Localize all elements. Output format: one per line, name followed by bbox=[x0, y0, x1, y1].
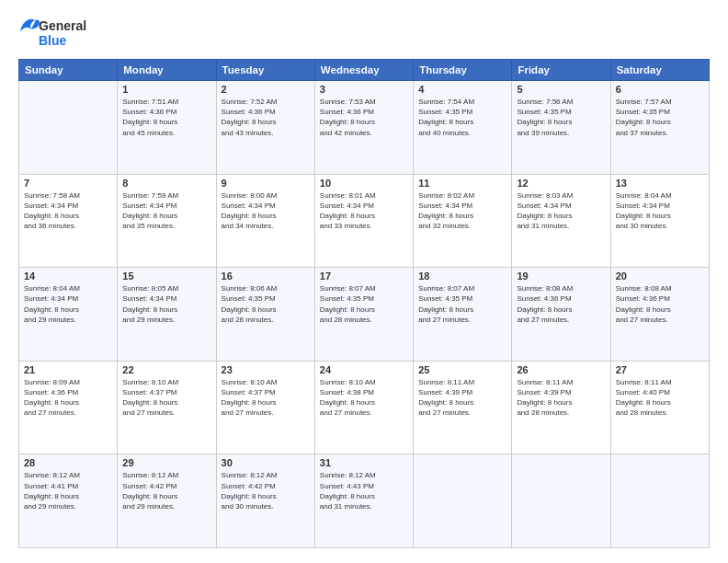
calendar-cell: 27Sunrise: 8:11 AMSunset: 4:40 PMDayligh… bbox=[610, 361, 709, 454]
calendar-cell: 20Sunrise: 8:08 AMSunset: 4:36 PMDayligh… bbox=[610, 268, 709, 362]
day-number: 3 bbox=[320, 84, 408, 95]
day-info: Sunrise: 8:08 AMSunset: 4:36 PMDaylight:… bbox=[517, 283, 605, 325]
day-info: Sunrise: 8:03 AMSunset: 4:34 PMDaylight:… bbox=[517, 190, 605, 232]
day-number: 10 bbox=[320, 178, 408, 189]
calendar-cell: 16Sunrise: 8:06 AMSunset: 4:35 PMDayligh… bbox=[216, 268, 314, 362]
day-info: Sunrise: 7:59 AMSunset: 4:34 PMDaylight:… bbox=[122, 190, 210, 232]
day-info: Sunrise: 8:12 AMSunset: 4:42 PMDaylight:… bbox=[222, 470, 310, 511]
calendar-cell: 31Sunrise: 8:12 AMSunset: 4:43 PMDayligh… bbox=[314, 454, 413, 548]
day-info: Sunrise: 7:51 AMSunset: 4:36 PMDaylight:… bbox=[122, 97, 210, 138]
day-info: Sunrise: 8:10 AMSunset: 4:38 PMDaylight:… bbox=[320, 377, 408, 419]
day-number: 24 bbox=[320, 364, 408, 375]
calendar-cell: 1Sunrise: 7:51 AMSunset: 4:36 PMDaylight… bbox=[118, 81, 216, 175]
page: GeneralBlue SundayMondayTuesdayWednesday… bbox=[0, 0, 728, 563]
day-number: 26 bbox=[517, 364, 605, 375]
calendar-week-row: 21Sunrise: 8:09 AMSunset: 4:36 PMDayligh… bbox=[19, 361, 710, 454]
day-info: Sunrise: 8:07 AMSunset: 4:35 PMDaylight:… bbox=[320, 283, 408, 325]
day-info: Sunrise: 8:10 AMSunset: 4:37 PMDaylight:… bbox=[222, 377, 310, 419]
day-number: 20 bbox=[616, 270, 704, 282]
calendar-cell: 19Sunrise: 8:08 AMSunset: 4:36 PMDayligh… bbox=[512, 268, 610, 362]
svg-text:General: General bbox=[39, 18, 86, 33]
day-number: 27 bbox=[616, 364, 704, 375]
day-number: 9 bbox=[222, 178, 310, 189]
calendar-cell: 12Sunrise: 8:03 AMSunset: 4:34 PMDayligh… bbox=[512, 174, 610, 268]
day-info: Sunrise: 7:58 AMSunset: 4:34 PMDaylight:… bbox=[24, 190, 112, 232]
day-number: 14 bbox=[24, 270, 112, 282]
day-number: 1 bbox=[122, 84, 210, 95]
day-number: 17 bbox=[320, 270, 408, 282]
calendar-cell: 15Sunrise: 8:05 AMSunset: 4:34 PMDayligh… bbox=[118, 268, 216, 362]
day-number: 21 bbox=[24, 364, 112, 375]
day-info: Sunrise: 8:11 AMSunset: 4:39 PMDaylight:… bbox=[418, 377, 506, 419]
calendar-header-sunday: Sunday bbox=[19, 60, 118, 81]
calendar-header-row: SundayMondayTuesdayWednesdayThursdayFrid… bbox=[19, 60, 710, 81]
day-info: Sunrise: 7:57 AMSunset: 4:35 PMDaylight:… bbox=[616, 97, 704, 138]
calendar-cell: 30Sunrise: 8:12 AMSunset: 4:42 PMDayligh… bbox=[216, 454, 314, 548]
calendar-week-row: 1Sunrise: 7:51 AMSunset: 4:36 PMDaylight… bbox=[19, 81, 710, 175]
day-info: Sunrise: 8:00 AMSunset: 4:34 PMDaylight:… bbox=[222, 190, 310, 232]
day-number: 19 bbox=[517, 270, 605, 282]
day-number: 8 bbox=[122, 178, 210, 189]
day-info: Sunrise: 8:10 AMSunset: 4:37 PMDaylight:… bbox=[122, 377, 210, 419]
day-info: Sunrise: 8:11 AMSunset: 4:39 PMDaylight:… bbox=[517, 377, 605, 419]
svg-text:Blue: Blue bbox=[39, 33, 67, 48]
day-number: 18 bbox=[418, 270, 506, 282]
logo: GeneralBlue bbox=[18, 15, 101, 50]
day-info: Sunrise: 7:53 AMSunset: 4:36 PMDaylight:… bbox=[320, 97, 408, 138]
day-info: Sunrise: 8:08 AMSunset: 4:36 PMDaylight:… bbox=[616, 283, 704, 325]
day-number: 2 bbox=[222, 84, 310, 95]
calendar-cell: 29Sunrise: 8:12 AMSunset: 4:42 PMDayligh… bbox=[118, 454, 216, 548]
calendar-cell: 14Sunrise: 8:04 AMSunset: 4:34 PMDayligh… bbox=[19, 268, 118, 362]
day-info: Sunrise: 8:07 AMSunset: 4:35 PMDaylight:… bbox=[418, 283, 506, 325]
day-info: Sunrise: 8:12 AMSunset: 4:41 PMDaylight:… bbox=[24, 470, 112, 511]
calendar-cell: 28Sunrise: 8:12 AMSunset: 4:41 PMDayligh… bbox=[19, 454, 118, 548]
calendar-cell: 22Sunrise: 8:10 AMSunset: 4:37 PMDayligh… bbox=[118, 361, 216, 454]
calendar-week-row: 28Sunrise: 8:12 AMSunset: 4:41 PMDayligh… bbox=[19, 454, 710, 548]
calendar-cell: 25Sunrise: 8:11 AMSunset: 4:39 PMDayligh… bbox=[414, 361, 512, 454]
calendar-cell: 21Sunrise: 8:09 AMSunset: 4:36 PMDayligh… bbox=[19, 361, 118, 454]
calendar-cell: 10Sunrise: 8:01 AMSunset: 4:34 PMDayligh… bbox=[314, 174, 413, 268]
calendar-cell bbox=[19, 81, 118, 175]
calendar-cell: 5Sunrise: 7:56 AMSunset: 4:35 PMDaylight… bbox=[512, 81, 610, 175]
day-number: 23 bbox=[222, 364, 310, 375]
day-info: Sunrise: 8:09 AMSunset: 4:36 PMDaylight:… bbox=[24, 377, 112, 419]
calendar-header-wednesday: Wednesday bbox=[314, 60, 413, 81]
day-number: 15 bbox=[122, 270, 210, 282]
calendar-cell: 23Sunrise: 8:10 AMSunset: 4:37 PMDayligh… bbox=[216, 361, 314, 454]
day-number: 22 bbox=[122, 364, 210, 375]
day-info: Sunrise: 7:54 AMSunset: 4:35 PMDaylight:… bbox=[418, 97, 506, 138]
day-info: Sunrise: 8:06 AMSunset: 4:35 PMDaylight:… bbox=[222, 283, 310, 325]
header: GeneralBlue bbox=[18, 15, 710, 50]
day-number: 30 bbox=[222, 457, 310, 468]
day-number: 29 bbox=[122, 457, 210, 468]
calendar-header-tuesday: Tuesday bbox=[216, 60, 314, 81]
day-number: 6 bbox=[616, 84, 704, 95]
day-number: 12 bbox=[517, 178, 605, 189]
day-info: Sunrise: 8:04 AMSunset: 4:34 PMDaylight:… bbox=[616, 190, 704, 232]
day-number: 25 bbox=[418, 364, 506, 375]
day-info: Sunrise: 7:52 AMSunset: 4:36 PMDaylight:… bbox=[222, 97, 310, 138]
calendar-header-friday: Friday bbox=[512, 60, 610, 81]
calendar-cell bbox=[414, 454, 512, 548]
calendar-cell: 4Sunrise: 7:54 AMSunset: 4:35 PMDaylight… bbox=[414, 81, 512, 175]
calendar-cell: 26Sunrise: 8:11 AMSunset: 4:39 PMDayligh… bbox=[512, 361, 610, 454]
day-number: 28 bbox=[24, 457, 112, 468]
calendar-week-row: 14Sunrise: 8:04 AMSunset: 4:34 PMDayligh… bbox=[19, 268, 710, 362]
calendar-header-monday: Monday bbox=[118, 60, 216, 81]
day-info: Sunrise: 8:12 AMSunset: 4:42 PMDaylight:… bbox=[122, 470, 210, 511]
calendar-cell: 17Sunrise: 8:07 AMSunset: 4:35 PMDayligh… bbox=[314, 268, 413, 362]
day-info: Sunrise: 8:01 AMSunset: 4:34 PMDaylight:… bbox=[320, 190, 408, 232]
calendar-cell: 13Sunrise: 8:04 AMSunset: 4:34 PMDayligh… bbox=[610, 174, 709, 268]
calendar-cell bbox=[610, 454, 709, 548]
day-number: 16 bbox=[222, 270, 310, 282]
calendar-cell: 2Sunrise: 7:52 AMSunset: 4:36 PMDaylight… bbox=[216, 81, 314, 175]
calendar-cell: 24Sunrise: 8:10 AMSunset: 4:38 PMDayligh… bbox=[314, 361, 413, 454]
day-number: 4 bbox=[418, 84, 506, 95]
day-number: 7 bbox=[24, 178, 112, 189]
calendar-cell: 8Sunrise: 7:59 AMSunset: 4:34 PMDaylight… bbox=[118, 174, 216, 268]
calendar-cell: 11Sunrise: 8:02 AMSunset: 4:34 PMDayligh… bbox=[414, 174, 512, 268]
calendar-cell: 9Sunrise: 8:00 AMSunset: 4:34 PMDaylight… bbox=[216, 174, 314, 268]
calendar-table: SundayMondayTuesdayWednesdayThursdayFrid… bbox=[18, 59, 710, 548]
calendar-cell: 6Sunrise: 7:57 AMSunset: 4:35 PMDaylight… bbox=[610, 81, 709, 175]
calendar-cell bbox=[512, 454, 610, 548]
